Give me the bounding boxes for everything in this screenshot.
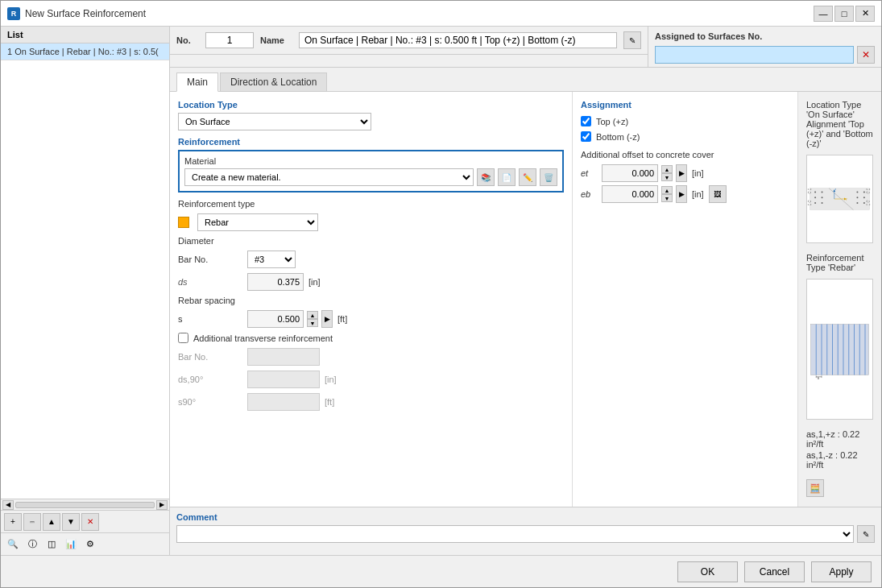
rebar-diagram-svg: S [807,285,872,414]
diameter-label: Diameter [178,236,242,246]
assigned-panel: Assigned to Surfaces No. ✕ [648,27,881,67]
spacing-input[interactable] [247,310,304,328]
settings-button[interactable]: ⚙ [81,536,99,553]
eb-unit: [in] [692,189,704,199]
et-up-button[interactable]: ▲ [661,165,673,173]
duplicate-item-button[interactable]: ⎓ [23,513,41,531]
spacing-label: Rebar spacing [178,296,242,305]
main-window: R New Surface Reinforcement — □ ✕ List 1… [0,0,882,588]
assigned-input-row: ✕ [648,46,881,67]
comment-edit-button[interactable]: ✎ [857,525,875,543]
minimize-button[interactable]: — [814,6,833,22]
top-checkbox[interactable] [581,116,591,126]
bottom-check-row: Bottom (-z) [581,131,789,142]
s90-unit: [ft] [325,397,334,407]
svg-point-11 [822,202,823,204]
bottom-toolbar: 🔍 ⓘ ◫ 📊 ⚙ [1,532,169,555]
bottom-label: Bottom (-z) [596,132,640,142]
assignment-panel: Assignment Top (+z) Bottom (-z) Addition… [573,92,798,507]
delete-item-button[interactable]: ✕ [81,513,99,531]
move-up-button[interactable]: ▲ [43,513,60,531]
eb-down-button[interactable]: ▼ [661,194,673,202]
chart-button[interactable]: 📊 [62,536,80,553]
list-scrollbar: ◀ ▶ [1,499,169,510]
rebar-diagram: S [806,279,873,420]
location-diagram-svg: y z c₋z d_s c₊z d_s d_s c₊z d_s c₋z [807,159,872,239]
spacing-up-button[interactable]: ▲ [307,311,318,319]
apply-button[interactable]: Apply [811,561,872,582]
scroll-right-arrow[interactable]: ▶ [156,500,168,510]
assigned-clear-button[interactable]: ✕ [857,46,875,64]
table-button[interactable]: ◫ [43,536,60,553]
dialog-footer: OK Cancel Apply [1,555,881,587]
comment-row: ✎ [176,525,875,543]
material-book-button[interactable]: 📚 [477,168,495,186]
spacing-spinner-btns: ▲ ▼ [307,311,318,327]
tab-direction-location[interactable]: Direction & Location [220,72,327,91]
name-input[interactable] [299,32,617,48]
reinforcement-label: Reinforcement [178,137,564,147]
list-toolbar: + ⎓ ▲ ▼ ✕ [1,510,169,532]
rebar-type-select[interactable]: Rebar [197,213,318,231]
close-button[interactable]: ✕ [855,6,875,22]
restore-button[interactable]: □ [834,6,854,22]
scroll-left-arrow[interactable]: ◀ [2,500,14,510]
move-down-button[interactable]: ▼ [62,513,80,531]
material-label: Material [184,156,557,166]
scroll-track[interactable] [15,502,155,508]
eb-image-button[interactable]: 🖼 [709,185,727,203]
material-edit-button[interactable]: ✏️ [519,168,536,186]
calc-icon-button[interactable]: 🧮 [806,479,824,497]
list-item[interactable]: 1 On Surface | Rebar | No.: #3 | s: 0.5( [1,43,169,60]
info-button[interactable]: ⓘ [23,536,41,553]
material-input-row: Create a new material. 📚 📄 ✏️ 🗑️ [184,168,557,186]
svg-point-10 [814,202,816,204]
material-delete-button[interactable]: 🗑️ [540,168,557,186]
ds90-input [247,371,320,388]
et-input[interactable] [602,164,658,182]
search-button[interactable]: 🔍 [4,536,22,553]
svg-point-5 [822,197,823,198]
transverse-checkbox[interactable] [178,333,188,343]
add-item-button[interactable]: + [4,513,22,531]
eb-up-button[interactable]: ▲ [661,186,673,194]
et-row: et ▲ ▼ ▶ [in] [581,164,789,182]
eb-arrow-button[interactable]: ▶ [676,185,687,203]
s-label: s [178,314,242,324]
diameter-label-row: Diameter [178,236,564,246]
spacing-spinner: ▲ ▼ ▶ [247,310,333,328]
material-new-button[interactable]: 📄 [498,168,516,186]
eb-input[interactable] [602,185,658,203]
et-down-button[interactable]: ▼ [661,173,673,181]
bar-no2-input [247,348,320,366]
assigned-input[interactable] [655,46,854,64]
ds-input[interactable] [247,273,304,291]
spacing-arrow-button[interactable]: ▶ [321,310,333,328]
location-type-select[interactable]: On Surface [178,113,371,130]
tabs-bar: Main Direction & Location [170,68,881,91]
top-label: Top (+z) [596,117,628,126]
assignment-title: Assignment [581,100,789,110]
et-arrow-button[interactable]: ▶ [676,164,687,182]
list-scroll-area: 1 On Surface | Rebar | No.: #3 | s: 0.5( [1,43,169,499]
title-bar: R New Surface Reinforcement — □ ✕ [1,1,881,27]
transverse-row: Additional transverse reinforcement [178,333,564,343]
comment-label: Comment [176,512,875,522]
ok-button[interactable]: OK [677,561,738,582]
name-edit-button[interactable]: ✎ [623,31,641,49]
bottom-checkbox[interactable] [581,131,591,142]
no-input[interactable] [205,32,254,48]
bar-no-select[interactable]: #3#4#5 [247,251,296,268]
svg-point-4 [814,197,816,198]
comment-select[interactable] [176,525,854,543]
svg-point-2 [814,192,816,193]
spacing-down-button[interactable]: ▼ [307,319,318,327]
cancel-button[interactable]: Cancel [744,561,805,582]
material-select[interactable]: Create a new material. [184,168,474,186]
tab-main[interactable]: Main [176,72,218,92]
s90-input [247,393,320,411]
eb-row: eb ▲ ▼ ▶ [in] 🖼 [581,185,789,203]
location-type-desc-line2: Alignment 'Top (+z)' and 'Bottom (-z)' [806,119,873,148]
svg-text:S: S [818,376,820,380]
ds-unit: [in] [308,277,321,287]
